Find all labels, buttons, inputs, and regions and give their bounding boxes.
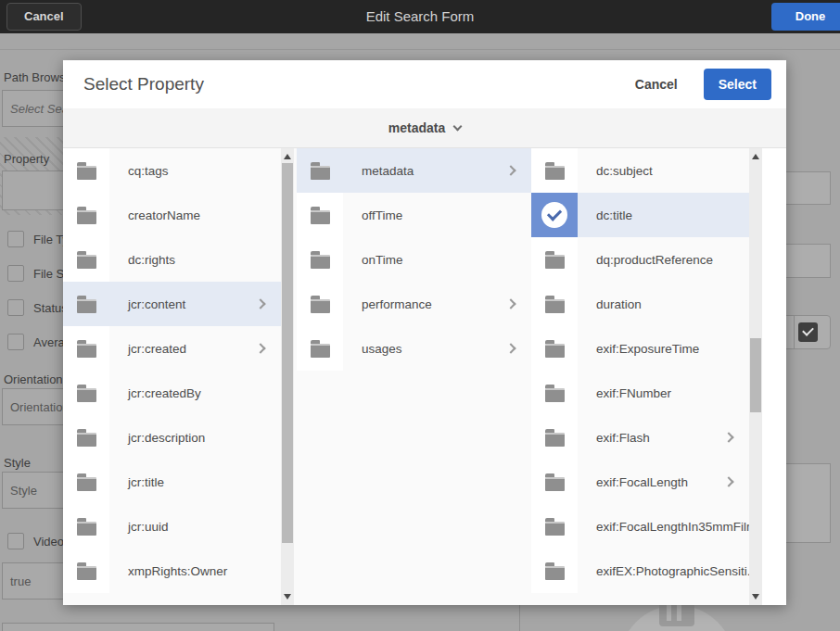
folder-icon	[531, 148, 578, 193]
column-3-scrollbar[interactable]	[749, 148, 762, 605]
list-item[interactable]: jcr:created	[63, 326, 281, 371]
dialog-title: Edit Search Form	[0, 0, 840, 33]
folder-icon	[297, 282, 343, 326]
trash-drop-target[interactable]	[619, 605, 734, 631]
file-type-checkbox[interactable]	[7, 231, 24, 247]
dialog-header-bar: Cancel Edit Search Form Done	[0, 0, 840, 33]
list-item[interactable]: onTime	[297, 237, 531, 282]
scroll-down-icon[interactable]	[284, 594, 291, 599]
chevron-right-icon	[257, 326, 281, 371]
done-button[interactable]: Done	[771, 3, 840, 31]
breadcrumb[interactable]: metadata	[63, 108, 786, 148]
item-label: exifEX:PhotographicSensiti...	[578, 549, 749, 593]
item-label: xmpRights:Owner	[109, 549, 281, 593]
folder-icon	[297, 148, 343, 193]
chevron-right-icon	[507, 148, 531, 193]
item-label: exif:FocalLength	[578, 460, 725, 504]
list-item[interactable]: exif:Flash	[531, 415, 749, 460]
scroll-down-icon[interactable]	[752, 594, 759, 599]
list-item[interactable]: creatorName	[63, 193, 281, 237]
folder-icon	[63, 504, 109, 549]
list-item[interactable]: exif:FNumber	[531, 371, 749, 415]
column-1-scrollbar[interactable]	[281, 148, 294, 605]
modal-header: Select Property Cancel Select	[63, 60, 786, 108]
scrollbar-thumb[interactable]	[282, 163, 293, 543]
item-label: dc:rights	[109, 237, 281, 282]
list-item[interactable]: performance	[297, 282, 531, 326]
list-item[interactable]: jcr:content	[63, 282, 281, 326]
column-2: metadataoffTimeonTimeperformanceusages	[297, 148, 531, 605]
video-label: Video	[33, 535, 64, 549]
scroll-up-icon[interactable]	[284, 154, 291, 159]
folder-icon	[63, 460, 109, 504]
list-item[interactable]: xmpRights:Owner	[63, 549, 281, 593]
bottom-left-input[interactable]	[2, 623, 274, 631]
chevron-right-icon	[725, 415, 749, 460]
folder-icon	[63, 549, 109, 593]
column-1: cq:tagscreatorNamedc:rightsjcr:contentjc…	[63, 148, 297, 605]
item-label: onTime	[343, 237, 531, 282]
scroll-up-icon[interactable]	[752, 154, 759, 159]
folder-icon	[63, 371, 109, 415]
item-label: exif:FNumber	[578, 371, 749, 415]
page-divider	[0, 49, 840, 50]
chevron-right-icon	[725, 460, 749, 504]
average-checkbox[interactable]	[7, 334, 24, 350]
status-checkbox[interactable]	[7, 299, 24, 316]
item-label: jcr:content	[109, 282, 257, 326]
item-label: cq:tags	[109, 148, 281, 193]
list-item[interactable]: jcr:createdBy	[63, 371, 281, 415]
list-item[interactable]: duration	[531, 282, 749, 326]
list-item[interactable]: metadata	[297, 148, 531, 193]
folder-icon	[63, 193, 109, 237]
style-label: Style	[4, 456, 31, 470]
list-item[interactable]: dc:rights	[63, 237, 281, 282]
folder-icon	[531, 282, 578, 326]
chevron-right-icon	[507, 326, 531, 371]
list-item[interactable]: exifEX:PhotographicSensiti...	[531, 549, 749, 593]
item-label: usages	[343, 326, 507, 371]
folder-icon	[63, 237, 109, 282]
scrollbar-thumb[interactable]	[750, 338, 761, 412]
item-label: creatorName	[109, 193, 281, 237]
list-item[interactable]: usages	[297, 326, 531, 371]
chevron-right-icon	[257, 282, 281, 326]
modal-cancel-button[interactable]: Cancel	[635, 77, 678, 92]
folder-icon	[531, 415, 578, 460]
select-property-modal: Select Property Cancel Select metadata c…	[63, 60, 786, 605]
breadcrumb-label: metadata	[388, 120, 445, 135]
item-label: dc:subject	[578, 148, 749, 193]
folder-icon	[63, 415, 109, 460]
column-browser: cq:tagscreatorNamedc:rightsjcr:contentjc…	[63, 148, 786, 605]
item-label: jcr:description	[109, 415, 281, 460]
item-label: dq:productReference	[578, 237, 749, 282]
folder-icon	[63, 148, 109, 193]
item-label: offTime	[343, 193, 531, 237]
item-label: metadata	[343, 148, 507, 193]
folder-icon	[63, 282, 109, 326]
folder-icon	[63, 326, 109, 371]
file-size-checkbox[interactable]	[7, 265, 24, 282]
list-item[interactable]: jcr:uuid	[63, 504, 281, 549]
list-item[interactable]: exif:ExposureTime	[531, 326, 749, 371]
folder-icon	[531, 371, 578, 415]
list-item[interactable]: jcr:title	[63, 460, 281, 504]
folder-icon	[531, 549, 578, 593]
list-item[interactable]: cq:tags	[63, 148, 281, 193]
list-item[interactable]: dc:subject	[531, 148, 749, 193]
item-label: exif:FocalLengthIn35mmFilm	[578, 504, 749, 549]
right-checked-checkbox[interactable]	[798, 322, 818, 342]
property-label: Property	[4, 152, 49, 166]
modal-select-button[interactable]: Select	[704, 69, 771, 100]
item-label: jcr:created	[109, 326, 257, 371]
video-checkbox[interactable]	[7, 533, 24, 549]
list-item[interactable]: jcr:description	[63, 415, 281, 460]
list-item[interactable]: exif:FocalLengthIn35mmFilm	[531, 504, 749, 549]
list-item[interactable]: exif:FocalLength	[531, 460, 749, 504]
check-circle-icon	[531, 193, 578, 237]
trash-icon	[659, 602, 694, 626]
list-item[interactable]: dc:title	[531, 193, 749, 237]
chevron-down-icon	[453, 121, 463, 131]
list-item[interactable]: offTime	[297, 193, 531, 237]
list-item[interactable]: dq:productReference	[531, 237, 749, 282]
